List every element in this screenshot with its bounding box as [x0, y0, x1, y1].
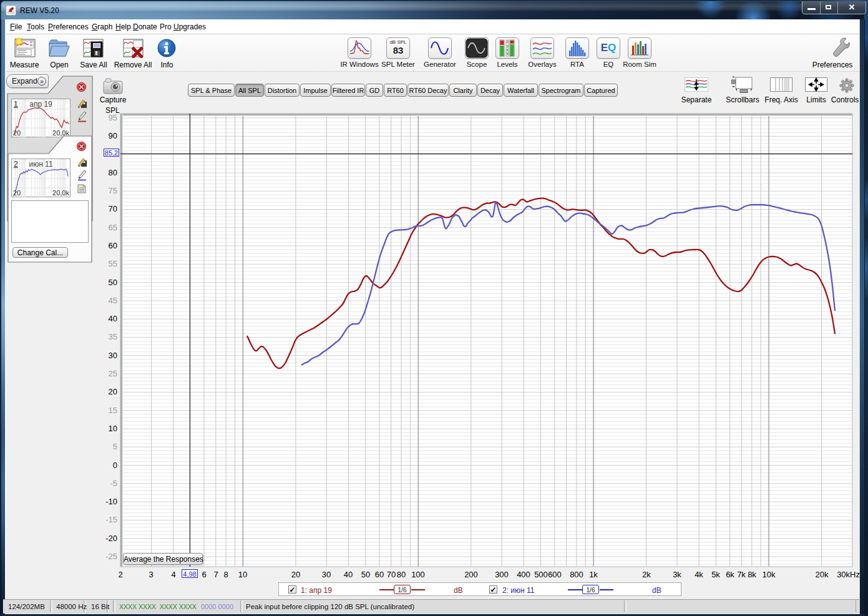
svg-text:9: 9 — [507, 52, 509, 56]
svg-text:0: 0 — [507, 40, 509, 44]
